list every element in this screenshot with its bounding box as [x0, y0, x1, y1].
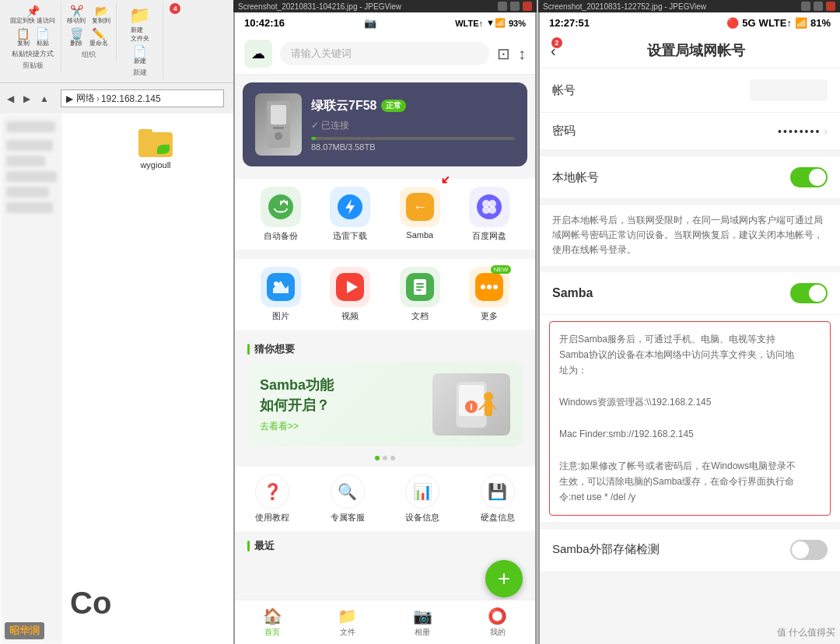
right-minimize-button[interactable]: [801, 2, 810, 11]
middle-status-bar: 10:42:16 📷 WLTE↑ ▼📶 93%: [235, 12, 535, 33]
new-badge: NEW: [491, 265, 512, 274]
bottom-nav: 🏠 首页 📁 文件 📷 相册 ⭕ 我的: [235, 600, 535, 644]
search-bar[interactable]: 请输入关键词: [280, 42, 489, 65]
device-card[interactable]: 绿联云7F58 正常 ✓ 已连接 88.07MB/3.58TB: [243, 82, 527, 166]
app-videos[interactable]: 视频: [317, 267, 384, 322]
app-samba-label: Samba: [406, 230, 433, 240]
section-bar: [247, 344, 250, 355]
forward-nav-button[interactable]: ▶: [21, 93, 33, 105]
new-item-button[interactable]: 📄 新建: [131, 45, 149, 66]
tool-tutorial[interactable]: ❓ 使用教程: [235, 474, 310, 523]
svg-rect-22: [416, 286, 424, 288]
local-account-toggle[interactable]: [790, 167, 828, 187]
samba-label: Samba: [552, 286, 790, 300]
toolbar-group-clipboard: 📌 固定到快 速访问 📋 复制 📄 粘贴 粘贴快捷方式 剪贴板: [5, 3, 61, 72]
middle-time: 10:42:16: [244, 17, 285, 29]
nav-album[interactable]: 📷 相册: [385, 607, 460, 638]
back-nav-button[interactable]: ◀: [5, 93, 16, 105]
wygioull-folder[interactable]: wygioull: [70, 121, 233, 177]
nav-files[interactable]: 📁 文件: [310, 607, 386, 638]
address-bar[interactable]: ▶ 网络 › 192.168.2.145: [61, 89, 224, 107]
device-status-badge: 正常: [381, 100, 406, 112]
app-photos[interactable]: 图片: [247, 267, 314, 322]
scan-icon[interactable]: ⊡: [497, 44, 510, 63]
middle-window-controls: [498, 2, 532, 11]
promo-image: [432, 373, 510, 436]
move-to-button[interactable]: ✂️ 移动到: [65, 5, 88, 26]
co-text: Co: [70, 586, 111, 621]
samba-info-box: 开启Samba服务后，可通过手机、电脑、电视等支持 Samba协议的设备在本地网…: [549, 321, 831, 516]
promo-card[interactable]: Samba功能 如何开启？ 去看看>>: [247, 362, 523, 446]
samba-toggle-thumb: [809, 285, 826, 302]
tutorial-label: 使用教程: [255, 512, 289, 523]
right-maximize-button[interactable]: [814, 2, 823, 11]
samba-external-row: Samba外部存储检测: [540, 528, 840, 571]
app-docs[interactable]: 文档: [387, 267, 453, 322]
account-input[interactable]: [750, 79, 828, 101]
device-info-icon: 📊: [405, 474, 439, 509]
right-close-button[interactable]: [826, 2, 835, 11]
app-thunder[interactable]: 迅雷下载: [317, 187, 384, 242]
close-button[interactable]: [523, 2, 532, 11]
samba-external-toggle[interactable]: [790, 540, 828, 560]
nav-home[interactable]: 🏠 首页: [235, 607, 310, 638]
svg-point-32: [484, 392, 493, 401]
right-5g-label: 5G: [742, 17, 755, 29]
password-arrow: ›: [824, 125, 828, 138]
new-folder-button[interactable]: 📁 新建文件夹: [127, 5, 152, 44]
account-label: 帐号: [552, 83, 750, 98]
maximize-button[interactable]: [510, 2, 520, 11]
samba-toggle[interactable]: [790, 283, 828, 303]
tool-support[interactable]: 🔍 专属客服: [310, 474, 386, 523]
right-header: ‹ 2 设置局域网帐号: [540, 33, 840, 68]
paste-options-label: 粘贴快捷方式: [12, 49, 54, 59]
dot-3: [390, 456, 395, 460]
wifi-icon: ▼📶: [486, 18, 506, 28]
app-samba[interactable]: ← ➜ Samba: [387, 187, 453, 242]
right-status-icons: 🔴 5G WLTE↑ 📶 81%: [726, 17, 831, 29]
home-icon: 🏠: [263, 607, 282, 625]
folder-icon-container: [138, 129, 173, 157]
local-account-label: 本地帐号: [552, 170, 790, 185]
svg-rect-3: [273, 127, 284, 129]
red-arrow-annotation: ➜: [437, 171, 455, 189]
clipboard-group-label: 剪贴板: [23, 61, 44, 71]
back-badge: 2: [551, 37, 562, 48]
minimize-button[interactable]: [498, 2, 507, 11]
account-row: 帐号: [540, 68, 840, 113]
device-info-label: 设备信息: [405, 512, 439, 523]
right-wifi: 📶: [795, 17, 807, 29]
delete-button[interactable]: 🗑️ 删除: [68, 27, 86, 48]
copy-to-button[interactable]: 📂 复制到: [89, 5, 113, 26]
copy-button[interactable]: 📋 复制: [14, 27, 32, 48]
local-account-section: 本地帐号: [540, 156, 840, 199]
nav-album-label: 相册: [415, 627, 430, 638]
promo-text-area: Samba功能 如何开启？ 去看看>>: [260, 376, 334, 432]
svg-point-16: [274, 282, 278, 286]
mine-icon: ⭕: [488, 607, 507, 625]
section-guess-label: 猜你想要: [254, 342, 295, 356]
menu-icon[interactable]: ↕: [518, 45, 526, 63]
tool-disk-info[interactable]: 💾 硬盘信息: [460, 474, 536, 523]
signal-icon: WLTE↑: [455, 19, 483, 28]
up-nav-button[interactable]: ▲: [37, 93, 51, 105]
storage-bar: [311, 137, 515, 140]
paste-button[interactable]: 📄 粘贴: [33, 27, 51, 48]
promo-link[interactable]: 去看看>>: [260, 420, 334, 433]
middle-window-title: Screenshot_20210831-104216.jpg - JPEGVie…: [238, 2, 498, 11]
pin-to-quick-access-button[interactable]: 📌 固定到快 速访问: [8, 5, 58, 26]
password-row: 密码 •••••••• ›: [540, 113, 840, 150]
app-photos-label: 图片: [272, 310, 289, 322]
app-baidu-netdisk[interactable]: 百度网盘: [457, 187, 523, 242]
svg-point-25: [481, 285, 485, 289]
right-window-title: Screenshot_20210831-122752.jpg - JPEGVie…: [543, 2, 801, 11]
explorer-content: wygioull Co: [0, 114, 233, 644]
fab-button[interactable]: +: [485, 560, 523, 597]
apps-grid-1: 自动备份 迅雷下载 ← ➜ Samba: [235, 179, 535, 250]
app-auto-backup[interactable]: 自动备份: [247, 187, 314, 242]
app-more[interactable]: NEW 更多: [457, 267, 523, 322]
search-placeholder: 请输入关键词: [291, 47, 352, 59]
tool-device-info[interactable]: 📊 设备信息: [385, 474, 460, 523]
nav-mine[interactable]: ⭕ 我的: [460, 607, 536, 638]
rename-button[interactable]: ✏️ 重命名: [87, 27, 110, 48]
